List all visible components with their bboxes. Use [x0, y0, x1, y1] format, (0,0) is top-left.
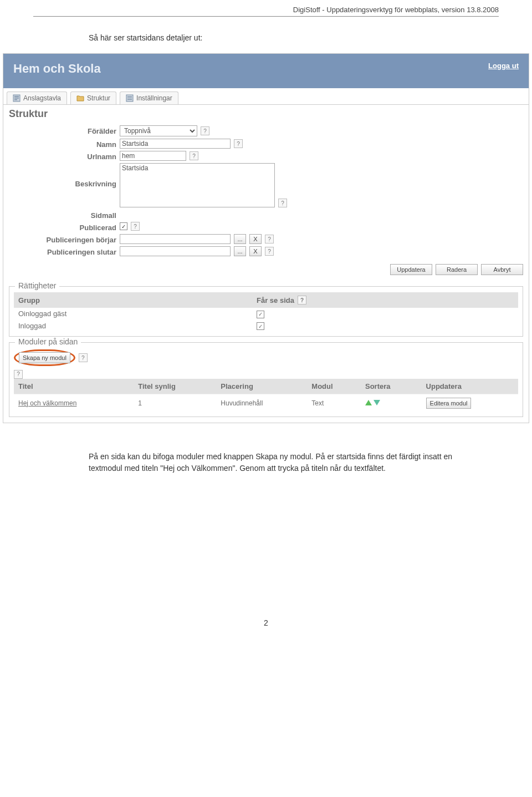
section-title: Struktur	[3, 105, 529, 124]
delete-button[interactable]: Radera	[436, 264, 478, 275]
tab-label: Inställningar	[136, 94, 172, 102]
perm-checkbox[interactable]: ✓	[257, 311, 264, 318]
pubend-input[interactable]	[120, 246, 231, 256]
col-module: Modul	[307, 379, 361, 394]
permissions-legend: Rättigheter	[15, 281, 59, 290]
pubend-label: Publiceringen slutar	[9, 246, 120, 256]
help-icon[interactable]: ?	[79, 353, 88, 362]
sort-up-icon[interactable]	[365, 400, 372, 405]
col-update: Uppdatera	[422, 379, 518, 394]
perm-checkbox[interactable]: ✓	[257, 322, 264, 330]
perm-group-name: Oinloggad gäst	[18, 309, 257, 318]
header-rule	[33, 16, 499, 17]
help-icon[interactable]: ?	[298, 296, 306, 304]
edit-module-button[interactable]: Editera modul	[426, 398, 472, 409]
perm-row: Oinloggad gäst ✓	[14, 308, 518, 320]
app-title: Hem och Skola	[13, 62, 101, 76]
desc-textarea[interactable]: Startsida	[120, 163, 275, 207]
page-number: 2	[0, 618, 532, 638]
modules-legend: Moduler på sidan	[15, 337, 81, 346]
logout-link[interactable]: Logga ut	[488, 62, 519, 70]
parent-select[interactable]: Toppnivå	[120, 125, 197, 136]
help-icon[interactable]: ?	[190, 151, 198, 160]
name-input[interactable]	[120, 139, 231, 149]
desc-label: Beskrivning	[9, 163, 120, 188]
footer-paragraph: På en sida kan du bifoga moduler med kna…	[89, 451, 466, 474]
help-icon[interactable]: ?	[14, 370, 23, 379]
folder-icon	[76, 94, 84, 102]
action-row: Uppdatera Radera Avbryt	[3, 262, 529, 281]
pubstart-input[interactable]	[120, 234, 231, 244]
app-window: Hem och Skola Logga ut Anslagstavla Stru…	[3, 53, 529, 423]
modules-fieldset: Moduler på sidan Skapa ny modul ? ? Tite…	[9, 342, 523, 417]
help-icon[interactable]: ?	[201, 126, 209, 135]
module-title-link[interactable]: Hej och välkommen	[18, 399, 76, 407]
urlname-label: Urlnamn	[9, 151, 120, 161]
update-button[interactable]: Uppdatera	[390, 264, 432, 275]
perm-see-header: Får se sida	[257, 296, 294, 304]
col-sort: Sortera	[361, 379, 422, 394]
col-placement: Placering	[216, 379, 307, 394]
settings-icon	[126, 94, 134, 102]
col-title: Titel	[14, 379, 134, 394]
svg-rect-2	[14, 98, 19, 99]
permissions-fieldset: Rättigheter Grupp Får se sida ? Oinlogga…	[9, 286, 523, 337]
modules-table: Titel Titel synlig Placering Modul Sorte…	[14, 379, 518, 412]
help-icon[interactable]: ?	[265, 235, 274, 243]
perm-group-header: Grupp	[18, 296, 257, 304]
clear-button[interactable]: X	[249, 234, 262, 244]
highlight-circle: Skapa ny modul	[14, 349, 75, 366]
doc-header: DigiStoff - Uppdateringsverktyg för webb…	[0, 0, 532, 16]
banner: Hem och Skola Logga ut	[3, 54, 529, 88]
template-label: Sidmall	[9, 210, 120, 220]
table-row: Hej och välkommen 1 Huvudinnehåll Text E…	[14, 394, 518, 412]
date-picker-button[interactable]: ...	[234, 234, 246, 244]
intro-text: Så här ser startsidans detaljer ut:	[89, 33, 499, 42]
form-area: Förälder Toppnivå ? Namn ? Urlnamn ?	[3, 124, 529, 262]
tab-label: Struktur	[87, 94, 110, 102]
help-icon[interactable]: ?	[265, 247, 274, 256]
module-placement: Huvudinnehåll	[216, 394, 307, 412]
help-icon[interactable]: ?	[234, 139, 243, 148]
svg-rect-1	[14, 96, 19, 97]
help-icon[interactable]: ?	[278, 199, 287, 207]
sort-down-icon[interactable]	[374, 400, 380, 405]
pubstart-label: Publiceringen börjar	[9, 234, 120, 244]
published-checkbox[interactable]: ✓	[120, 222, 127, 230]
create-module-button[interactable]: Skapa ny modul	[19, 352, 70, 363]
board-icon	[13, 94, 21, 102]
col-title-visible: Titel synlig	[134, 379, 216, 394]
published-label: Publicerad	[9, 222, 120, 232]
urlname-input[interactable]	[120, 151, 186, 161]
perm-group-name: Inloggad	[18, 322, 257, 330]
tab-anslagstavla[interactable]: Anslagstavla	[7, 92, 67, 104]
svg-rect-3	[14, 99, 17, 100]
cancel-button[interactable]: Avbryt	[481, 264, 523, 275]
date-picker-button[interactable]: ...	[234, 246, 246, 256]
tab-label: Anslagstavla	[23, 94, 61, 102]
help-icon[interactable]: ?	[131, 222, 140, 231]
tab-installningar[interactable]: Inställningar	[120, 92, 178, 104]
module-type: Text	[307, 394, 361, 412]
perm-row: Inloggad ✓	[14, 320, 518, 332]
tab-struktur[interactable]: Struktur	[70, 92, 116, 104]
clear-button[interactable]: X	[249, 246, 262, 256]
svg-rect-6	[127, 99, 132, 100]
svg-rect-5	[127, 97, 132, 98]
svg-rect-4	[126, 95, 133, 101]
parent-label: Förälder	[9, 125, 120, 135]
name-label: Namn	[9, 139, 120, 149]
tab-bar: Anslagstavla Struktur Inställningar	[3, 88, 529, 105]
module-title-visible: 1	[134, 394, 216, 412]
